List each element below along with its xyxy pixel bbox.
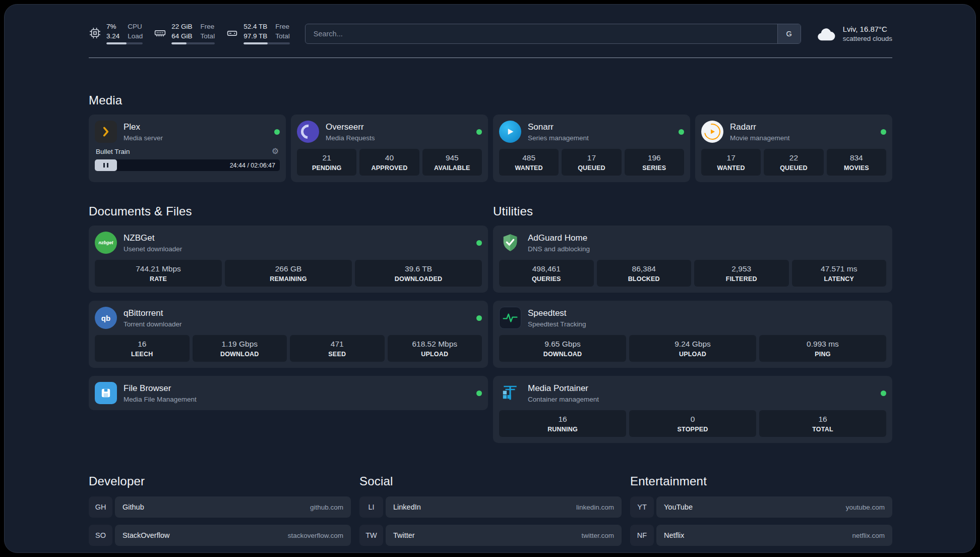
memory-widget: 22 GiB 64 GiB Free Total [154,23,215,44]
bookmark-url: twitter.com [581,532,614,539]
disk-widget: 52.4 TB 97.9 TB Free Total [226,23,290,44]
memory-progress-bar [171,42,215,44]
cpu-progress-bar [106,42,143,44]
stat-value: 266 GB [227,264,350,273]
bookmark-youtube[interactable]: YT YouTube youtube.com [630,496,892,518]
bookmark-abbr: YT [630,496,654,518]
status-dot [476,129,482,135]
card-subtitle: DNS and adblocking [528,245,590,253]
status-dot [476,391,482,396]
bookmarks-section: Developer GH Github github.com SO StackO… [89,474,892,553]
stat-tile: 16 LEECH [95,335,190,362]
bookmark-name: StackOverflow [122,531,169,539]
stat-value: 834 [829,153,884,162]
filebrowser-icon [95,382,117,404]
card-subtitle: Container management [528,396,599,403]
search-bar: G [305,24,801,44]
bookmark-linkedin[interactable]: LI LinkedIn linkedin.com [359,496,622,518]
stat-value: 86,384 [599,264,690,273]
stat-value: 0.993 ms [761,340,884,349]
bookmark-twitter[interactable]: TW Twitter twitter.com [359,525,622,546]
section-heading-utilities: Utilities [493,204,892,218]
search-provider-button[interactable]: G [777,24,801,43]
bookmark-stackoverflow[interactable]: SO StackOverflow stackoverflow.com [89,525,351,546]
disk-progress-bar [243,42,290,44]
adguard-card[interactable]: AdGuard Home DNS and adblocking 498,461 … [493,226,892,293]
sonarr-card[interactable]: Sonarr Series management 485 WANTED 17 Q… [493,115,690,182]
cloud-icon [816,26,836,41]
topbar-divider [89,58,892,58]
stat-value: 485 [501,153,557,162]
stat-tile: 9.24 Gbps UPLOAD [629,335,756,362]
stat-value: 40 [361,153,417,162]
radarr-icon [701,121,723,143]
status-dot [274,129,280,135]
status-dot [679,129,684,135]
stat-tile: 744.21 Mbps RATE [95,260,222,287]
card-title: File Browser [124,383,197,394]
stat-label: FILTERED [696,275,787,283]
stat-tile: 485 WANTED [499,149,559,176]
portainer-card[interactable]: Media Portainer Container management 16 … [493,376,892,443]
cpu-usage-value: 7% [106,23,119,31]
bookmark-url: linkedin.com [576,504,614,511]
overseerr-card[interactable]: Overseerr Media Requests 21 PENDING 40 A… [291,115,488,182]
qbittorrent-icon: qb [95,307,117,329]
stat-label: WANTED [501,164,557,172]
stat-tile: 618.52 Mbps UPLOAD [388,335,482,362]
stat-value: 22 [766,153,821,162]
pause-button[interactable] [95,159,117,171]
card-subtitle: Media File Management [124,396,197,403]
stat-value: 39.6 TB [357,264,480,273]
cpu-widget: 7% 3.24 CPU Load [89,23,143,44]
status-dot [881,129,886,135]
stat-label: BLOCKED [599,275,690,283]
bookmark-netflix[interactable]: NF Netflix netflix.com [630,525,892,546]
disk-total-value: 97.9 TB [243,32,267,40]
stat-label: DOWNLOADED [357,275,480,283]
bookmark-abbr: NF [630,525,654,546]
nzbget-icon: nzbget [95,232,117,254]
bookmark-name: LinkedIn [393,503,421,511]
bookmark-url: youtube.com [846,504,885,511]
plex-seek-bar[interactable]: 24:44 / 02:06:47 [95,159,280,171]
bookmark-name: YouTube [664,503,693,511]
stat-tile: 40 APPROVED [359,149,419,176]
memory-total-label: Total [201,32,215,40]
plex-card[interactable]: Plex Media server Bullet Train ⚙ 24:44 /… [89,115,286,182]
search-input[interactable] [305,24,777,43]
stat-label: UPLOAD [631,351,754,358]
card-subtitle: Speedtest Tracking [528,320,586,328]
card-title: Overseerr [326,122,375,132]
card-title: Sonarr [528,122,589,132]
stat-value: 744.21 Mbps [97,264,220,273]
section-heading-social: Social [359,474,622,488]
nzbget-card[interactable]: nzbget NZBGet Usenet downloader 744.21 M… [89,226,488,293]
card-subtitle: Usenet downloader [124,245,182,253]
bookmark-github[interactable]: GH Github github.com [89,496,351,518]
filebrowser-card[interactable]: File Browser Media File Management [89,376,488,410]
stat-value: 2,953 [696,264,787,273]
card-title: Plex [124,122,163,132]
stat-tile: 266 GB REMAINING [225,260,352,287]
stat-tile: 47.571 ms LATENCY [792,260,887,287]
section-heading-media: Media [89,93,892,107]
stat-label: TOTAL [761,426,884,433]
speedtest-card[interactable]: Speedtest Speedtest Tracking 9.65 Gbps D… [493,301,892,368]
stat-label: QUEUED [766,164,821,172]
stat-label: RUNNING [501,426,624,433]
bookmark-url: netflix.com [852,532,885,539]
stat-label: LATENCY [794,275,885,283]
radarr-card[interactable]: Radarr Movie management 17 WANTED 22 QUE… [695,115,892,182]
stat-tile: 471 SEED [290,335,385,362]
speedtest-icon [499,307,521,329]
portainer-icon [499,382,521,404]
card-title: Speedtest [528,308,586,318]
stat-value: 17 [703,153,759,162]
stat-label: QUEUED [564,164,619,172]
stat-label: RATE [97,275,220,283]
now-playing-title: Bullet Train [96,148,130,155]
card-title: Radarr [730,122,790,132]
gear-icon[interactable]: ⚙ [272,147,279,155]
qbittorrent-card[interactable]: qb qBittorrent Torrent downloader 16 LEE… [89,301,488,368]
